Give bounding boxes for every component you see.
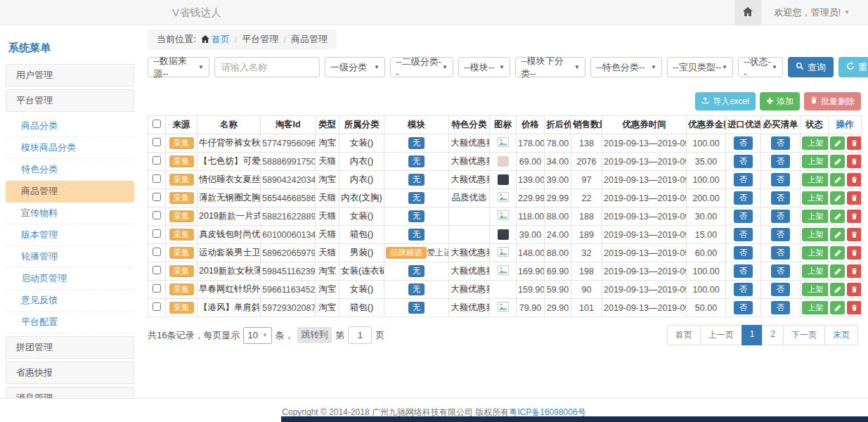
- delete-button[interactable]: [847, 136, 862, 150]
- imported-toggle[interactable]: 否: [734, 155, 753, 169]
- imported-toggle[interactable]: 否: [734, 301, 753, 315]
- edit-button[interactable]: [830, 283, 845, 296]
- status-toggle[interactable]: 上架: [802, 264, 829, 279]
- filter-select-special-category[interactable]: --特色分类--▼: [590, 57, 662, 77]
- filter-select-category-level1[interactable]: 一级分类▼: [325, 57, 385, 77]
- sidebar-item-商品分类[interactable]: 商品分类: [6, 115, 134, 137]
- imported-toggle[interactable]: 否: [734, 264, 753, 279]
- sidebar-item-意见反馈[interactable]: 意见反馈: [6, 290, 134, 312]
- page-button-2[interactable]: 2: [762, 325, 784, 345]
- add-button[interactable]: ✚ 添加: [760, 92, 800, 110]
- select-all-checkbox[interactable]: [153, 120, 161, 128]
- sidebar-item-特色分类[interactable]: 特色分类: [6, 159, 134, 181]
- filter-select-item-type[interactable]: --宝贝类型--▼: [667, 57, 733, 77]
- page-number-input[interactable]: [348, 326, 372, 344]
- filter-select-module-sub[interactable]: --模块下分类--▼: [515, 57, 585, 77]
- page-button-上一页[interactable]: 上一页: [700, 325, 742, 345]
- status-toggle[interactable]: 上架: [802, 191, 829, 205]
- query-button[interactable]: 查询: [788, 57, 834, 77]
- row-checkbox[interactable]: [153, 138, 161, 146]
- row-checkbox[interactable]: [153, 248, 161, 256]
- imported-toggle[interactable]: 否: [734, 210, 753, 224]
- must-buy-toggle[interactable]: 否: [771, 191, 791, 205]
- sidebar-item-宣传物料[interactable]: 宣传物料: [6, 203, 134, 224]
- sidebar-group-省惠快报[interactable]: 省惠快报: [6, 362, 134, 384]
- page-button-末页[interactable]: 末页: [824, 325, 858, 345]
- reset-button[interactable]: 重置: [838, 57, 868, 77]
- name-search-input[interactable]: [214, 57, 320, 77]
- must-buy-toggle[interactable]: 否: [771, 155, 791, 169]
- must-buy-toggle[interactable]: 否: [771, 228, 791, 242]
- edit-button[interactable]: [830, 264, 845, 278]
- sidebar-group-平台管理[interactable]: 平台管理: [6, 89, 134, 112]
- delete-button[interactable]: [847, 210, 862, 223]
- page-button-首页[interactable]: 首页: [667, 325, 701, 345]
- delete-button[interactable]: [847, 264, 862, 278]
- delete-button[interactable]: [847, 246, 862, 260]
- sidebar-item-版本管理[interactable]: 版本管理: [6, 224, 134, 246]
- sidebar-group-用户管理[interactable]: 用户管理: [6, 64, 134, 87]
- sidebar-item-平台配置[interactable]: 平台配置: [6, 312, 134, 333]
- breadcrumb-home-link[interactable]: 首页: [201, 33, 230, 46]
- row-checkbox[interactable]: [153, 284, 161, 293]
- edit-button[interactable]: [830, 136, 845, 150]
- delete-button[interactable]: [847, 155, 862, 168]
- page-button-下一页[interactable]: 下一页: [783, 325, 825, 345]
- must-buy-toggle[interactable]: 否: [771, 246, 791, 260]
- status-toggle[interactable]: 上架: [802, 173, 829, 187]
- filter-select-data-source[interactable]: --数据来源--▼: [148, 57, 209, 77]
- must-buy-toggle[interactable]: 否: [771, 283, 791, 297]
- filter-select-status[interactable]: --状态--▼: [738, 57, 783, 77]
- status-toggle[interactable]: 上架: [802, 136, 829, 151]
- imported-toggle[interactable]: 否: [734, 283, 753, 297]
- home-button[interactable]: [734, 0, 761, 25]
- imported-toggle[interactable]: 否: [734, 246, 753, 260]
- edit-button[interactable]: [830, 210, 845, 223]
- sidebar-item-启动页管理[interactable]: 启动页管理: [6, 268, 134, 290]
- status-toggle[interactable]: 上架: [802, 301, 829, 315]
- sidebar-group-拼团管理[interactable]: 拼团管理: [6, 336, 134, 359]
- must-buy-toggle[interactable]: 否: [771, 173, 791, 187]
- edit-button[interactable]: [830, 246, 845, 260]
- delete-button[interactable]: [847, 283, 862, 296]
- status-toggle[interactable]: 上架: [802, 283, 829, 297]
- must-buy-toggle[interactable]: 否: [771, 264, 791, 279]
- delete-button[interactable]: [847, 301, 862, 314]
- row-checkbox[interactable]: [153, 156, 161, 165]
- jump-to-button[interactable]: 跳转到: [297, 327, 332, 343]
- imported-toggle[interactable]: 否: [734, 228, 753, 242]
- row-checkbox[interactable]: [153, 211, 161, 219]
- imported-toggle[interactable]: 否: [734, 173, 753, 187]
- filter-select-category-level2[interactable]: --二级分类--▼: [390, 57, 453, 77]
- filter-select-module[interactable]: --模块--▼: [458, 57, 510, 77]
- edit-button[interactable]: [830, 191, 845, 205]
- status-toggle[interactable]: 上架: [802, 210, 829, 224]
- sidebar-item-商品管理[interactable]: 商品管理: [6, 181, 134, 203]
- row-checkbox[interactable]: [153, 193, 161, 201]
- per-page-select[interactable]: 10 ▼: [243, 327, 271, 344]
- sidebar-item-轮播管理[interactable]: 轮播管理: [6, 246, 134, 268]
- page-button-1[interactable]: 1: [741, 325, 763, 345]
- row-checkbox[interactable]: [153, 174, 161, 183]
- edit-button[interactable]: [830, 155, 845, 168]
- sidebar-item-模块商品分类[interactable]: 模块商品分类: [6, 137, 134, 159]
- row-checkbox[interactable]: [153, 229, 161, 238]
- row-checkbox[interactable]: [153, 302, 161, 311]
- batch-delete-button[interactable]: 批量删除: [804, 92, 861, 110]
- user-menu[interactable]: 欢迎您，管理员! ▼: [761, 0, 868, 25]
- imported-toggle[interactable]: 否: [734, 191, 753, 205]
- status-toggle[interactable]: 上架: [802, 228, 829, 242]
- row-checkbox[interactable]: [153, 266, 161, 274]
- must-buy-toggle[interactable]: 否: [771, 136, 791, 151]
- imported-toggle[interactable]: 否: [734, 136, 753, 151]
- status-toggle[interactable]: 上架: [802, 155, 829, 169]
- edit-button[interactable]: [830, 228, 845, 241]
- must-buy-toggle[interactable]: 否: [771, 210, 791, 224]
- delete-button[interactable]: [847, 191, 862, 205]
- import-excel-button[interactable]: 导入excel: [695, 92, 756, 110]
- delete-button[interactable]: [847, 173, 862, 186]
- icp-link[interactable]: 粤ICP备16098006号: [509, 407, 585, 417]
- edit-button[interactable]: [830, 173, 845, 186]
- delete-button[interactable]: [847, 228, 862, 241]
- edit-button[interactable]: [830, 301, 845, 314]
